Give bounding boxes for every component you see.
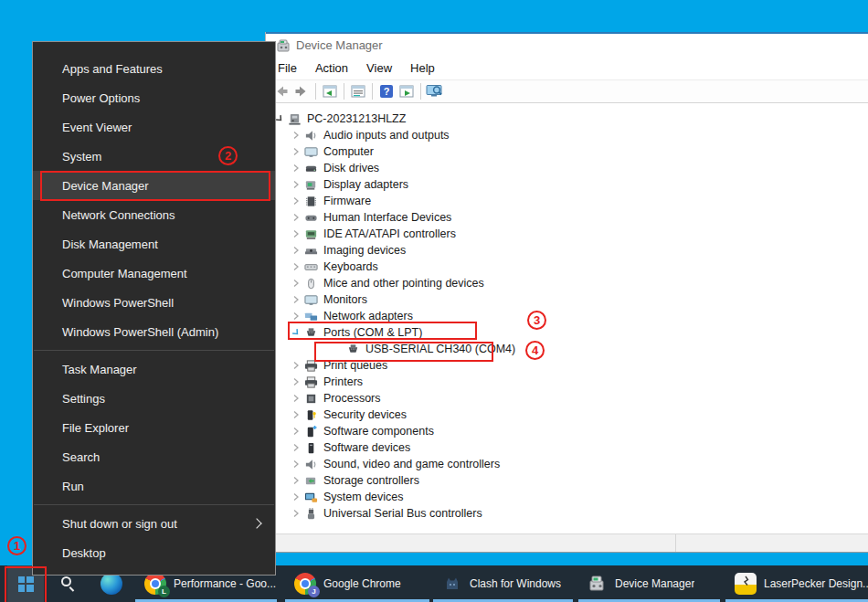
tree-row-display-adapters[interactable]: Display adapters — [266, 176, 868, 193]
tree-row-ide-ata-atapi-controllers[interactable]: IDE ATA/ATAPI controllers — [266, 226, 868, 242]
toolbar: ? — [266, 79, 868, 103]
tree-row-ports-com-lpt[interactable]: Ports (COM & LPT) — [266, 324, 868, 341]
chevron-right-icon[interactable] — [290, 458, 302, 470]
chevron-right-icon[interactable] — [290, 178, 302, 191]
tree-row-usb-serial-ch340-com4[interactable]: USB-SERIAL CH340 (COM4) — [266, 341, 868, 357]
tree-row-disk-drives[interactable]: Disk drives — [266, 160, 868, 176]
chevron-right-icon[interactable] — [290, 310, 302, 322]
tree-label: Monitors — [323, 293, 367, 306]
tree-row-audio-inputs-and-outputs[interactable]: Audio inputs and outputs — [266, 127, 868, 143]
tree-row-software-components[interactable]: Software components — [266, 423, 868, 439]
winx-item-disk-management[interactable]: Disk Management — [33, 229, 275, 259]
chevron-right-icon[interactable] — [290, 227, 302, 240]
processor-icon — [304, 392, 318, 406]
tree-row-network-adapters[interactable]: Network adapters — [266, 308, 868, 324]
taskbar-button-google-chrome[interactable]: JGoogle Chrome — [285, 565, 429, 602]
tree-label: Software components — [323, 425, 434, 438]
winx-item-file-explorer[interactable]: File Explorer — [33, 413, 275, 442]
tree-label: Computer — [323, 145, 374, 158]
toolbar-show-console-icon[interactable] — [320, 82, 340, 100]
tree-row-monitors[interactable]: Monitors — [266, 291, 868, 308]
winx-item-power-options[interactable]: Power Options — [33, 83, 275, 112]
chevron-right-icon[interactable] — [290, 474, 302, 487]
tree-row-printers[interactable]: Printers — [266, 374, 868, 390]
menu-view[interactable]: View — [357, 58, 401, 78]
winx-item-system[interactable]: System — [33, 142, 275, 171]
taskbar-button-label: Clash for Windows — [470, 577, 561, 590]
winx-item-computer-management[interactable]: Computer Management — [33, 259, 275, 288]
winx-item-device-manager[interactable]: Device Manager — [33, 171, 275, 200]
chevron-right-icon[interactable] — [290, 244, 302, 257]
tree-row-pc-20231213hlzz[interactable]: PC-20231213HLZZ — [266, 111, 868, 127]
chevron-right-icon[interactable] — [290, 211, 302, 224]
winx-item-shut-down-or-sign-out[interactable]: Shut down or sign out — [33, 509, 275, 538]
winx-item-desktop[interactable]: Desktop — [33, 538, 275, 567]
winx-item-label: Windows PowerShell (Admin) — [62, 325, 218, 339]
title-bar[interactable]: Device Manager — [266, 34, 868, 57]
winx-item-run[interactable]: Run — [33, 471, 275, 501]
toolbar-action-window-icon[interactable] — [397, 82, 417, 100]
chevron-right-icon[interactable] — [290, 425, 302, 438]
chevron-right-icon[interactable] — [290, 260, 302, 273]
tree-row-imaging-devices[interactable]: Imaging devices — [266, 242, 868, 259]
network-adapter-icon — [304, 310, 318, 323]
chevron-right-icon[interactable] — [290, 375, 302, 388]
tree-row-universal-serial-bus-controllers[interactable]: Universal Serial Bus controllers — [266, 505, 868, 522]
winx-item-windows-powershell[interactable]: Windows PowerShell — [33, 288, 275, 317]
taskbar-button-device-manager[interactable]: Device Manager — [578, 565, 720, 602]
chevron-right-icon[interactable] — [290, 491, 302, 503]
tree-row-processors[interactable]: Processors — [266, 390, 868, 407]
tree-row-storage-controllers[interactable]: Storage controllers — [266, 472, 868, 489]
tree-row-software-devices[interactable]: Software devices — [266, 439, 868, 456]
winx-item-label: Network Connections — [62, 208, 175, 222]
chevron-right-icon[interactable] — [290, 145, 302, 158]
tree-row-mice-and-other-pointing-devices[interactable]: Mice and other pointing devices — [266, 275, 868, 291]
chevron-right-icon[interactable] — [290, 408, 302, 421]
tree-row-security-devices[interactable]: Security devices — [266, 407, 868, 423]
tree-row-computer[interactable]: Computer — [266, 143, 868, 160]
menu-help[interactable]: Help — [401, 58, 444, 78]
winx-item-label: Run — [62, 480, 84, 493]
winx-item-apps-and-features[interactable]: Apps and Features — [33, 54, 275, 83]
taskbar-button-laserpecker-design[interactable]: LaserPecker Design... — [725, 565, 868, 602]
chevron-down-icon[interactable] — [290, 326, 302, 339]
winx-item-network-connections[interactable]: Network Connections — [33, 200, 275, 229]
winx-item-event-viewer[interactable]: Event Viewer — [33, 112, 275, 142]
winx-item-task-manager[interactable]: Task Manager — [33, 354, 275, 384]
tree-row-system-devices[interactable]: System devices — [266, 489, 868, 505]
winx-item-label: Disk Management — [62, 238, 158, 251]
winx-item-windows-powershell-admin[interactable]: Windows PowerShell (Admin) — [33, 317, 275, 346]
winx-item-search[interactable]: Search — [33, 442, 275, 471]
taskbar-button-clash-for-windows[interactable]: Clash for Windows — [433, 565, 573, 602]
chevron-right-icon[interactable] — [290, 441, 302, 454]
chevron-right-icon[interactable] — [290, 129, 302, 142]
chrome-icon: J — [294, 573, 316, 595]
software-device-icon — [304, 441, 318, 455]
tree-row-sound-video-and-game-controllers[interactable]: Sound, video and game controllers — [266, 456, 868, 472]
chevron-right-icon[interactable] — [290, 507, 302, 520]
chevron-right-icon[interactable] — [290, 359, 302, 372]
chevron-right-icon[interactable] — [290, 162, 302, 174]
toolbar-properties-icon[interactable] — [348, 82, 368, 100]
device-tree: PC-20231213HLZZAudio inputs and outputsC… — [266, 104, 868, 533]
chevron-right-icon[interactable] — [290, 195, 302, 207]
tree-row-human-interface-devices[interactable]: Human Interface Devices — [266, 209, 868, 226]
tree-label: Security devices — [323, 408, 407, 421]
security-device-icon — [304, 408, 318, 422]
toolbar-help-icon[interactable]: ? — [376, 82, 397, 100]
printer-icon — [304, 375, 318, 389]
winx-item-label: Apps and Features — [62, 62, 163, 76]
tree-row-firmware[interactable]: Firmware — [266, 193, 868, 209]
menu-action[interactable]: Action — [306, 58, 357, 78]
window-bottom-band[interactable] — [266, 533, 868, 552]
toolbar-nav-forward-icon[interactable] — [291, 82, 312, 100]
toolbar-scan-hardware-icon[interactable] — [425, 82, 445, 100]
winx-item-settings[interactable]: Settings — [33, 384, 275, 413]
system-device-icon — [304, 491, 318, 504]
tree-row-keyboards[interactable]: Keyboards — [266, 259, 868, 275]
chevron-right-icon[interactable] — [290, 293, 302, 306]
tree-row-print-queues[interactable]: Print queues — [266, 357, 868, 374]
speaker-icon — [304, 458, 318, 471]
chevron-right-icon[interactable] — [290, 392, 302, 405]
chevron-right-icon[interactable] — [290, 277, 302, 290]
